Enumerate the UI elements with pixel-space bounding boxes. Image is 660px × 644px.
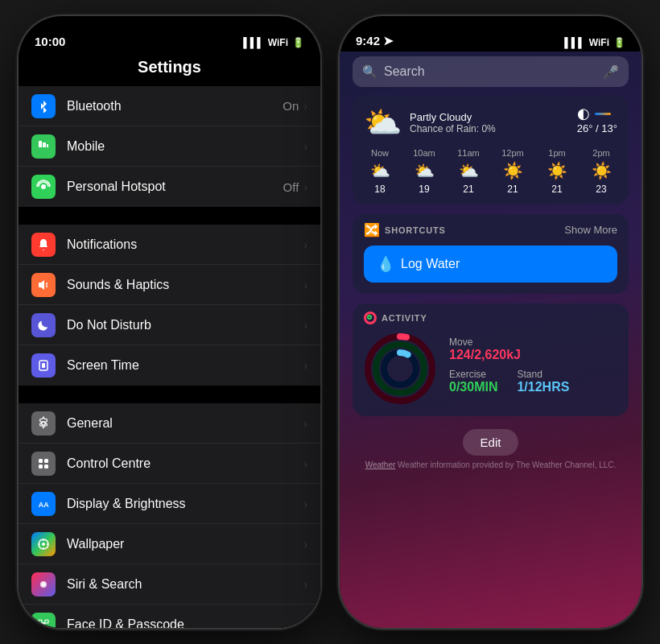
temp-num: 19 [419,184,429,195]
search-placeholder: Search [384,64,603,79]
weather-time-col-0: Now ⛅ 18 [364,148,396,195]
settings-row-display[interactable]: AA Display & Brightness › [19,484,320,524]
weather-emoji: ⛅ [459,161,479,180]
svg-rect-10 [39,464,43,469]
settings-row-wallpaper[interactable]: Wallpaper › [19,524,320,564]
edit-button[interactable]: Edit [463,429,519,456]
mic-icon[interactable]: 🎤 [603,64,619,80]
weather-widget[interactable]: ⛅ Partly Cloudy Chance of Rain: 0% ◐ 26°… [353,95,629,204]
display-label: Display & Brightness [67,497,303,511]
settings-row-siri[interactable]: Siri & Search › [19,564,320,605]
svg-point-16 [42,583,45,586]
weather-attribution: Weather Weather information provided by … [340,456,641,474]
svg-point-3 [41,184,46,189]
weather-temp-right: ◐ 26° / 13° [577,105,617,134]
weather-text: Partly Cloudy Chance of Rain: 0% [410,111,496,134]
svg-text:AA: AA [39,500,49,508]
svg-rect-8 [39,459,43,463]
activity-body: Move 124/2,620kJ Exercise 0/30MIN Stand … [364,332,617,405]
weather-left: ⛅ Partly Cloudy Chance of Rain: 0% [364,105,496,140]
time-label: Now [371,148,389,158]
shortcuts-header: 🔀 SHORTCUTS Show More [364,222,617,237]
weather-time-col-5: 2pm ☀️ 23 [585,148,617,195]
chevron-icon: › [303,538,307,551]
mobile-label: Mobile [67,139,303,154]
wifi-icon: WiFi [268,37,288,48]
shortcuts-app-icon: 🔀 [364,222,380,237]
settings-row-faceid[interactable]: Face ID & Passcode › [19,605,320,628]
dnd-label: Do Not Disturb [67,318,303,332]
activity-widget: ACTIVITY [353,303,629,416]
svg-rect-1 [43,142,46,147]
group-divider-2 [19,387,320,403]
settings-row-bluetooth[interactable]: Bluetooth On › [19,86,320,126]
log-water-button[interactable]: 💧 Log Water [364,246,617,283]
settings-row-mobile[interactable]: Mobile › [19,126,320,167]
time-label: 12pm [501,148,524,158]
wifi-icon-right: WiFi [589,37,609,48]
settings-row-dnd[interactable]: Do Not Disturb › [19,305,320,345]
time-label: 11am [457,148,480,158]
weather-timeline: Now ⛅ 18 10am ⛅ 19 11am ⛅ 21 12pm ☀️ [364,148,617,195]
weather-time-col-1: 10am ⛅ 19 [408,148,440,195]
water-drop-icon: 💧 [377,255,394,273]
chevron-icon: › [303,578,307,591]
temp-num: 23 [596,184,606,195]
shortcuts-title: SHORTCUTS [385,225,446,235]
svg-line-5 [46,286,47,287]
search-bar[interactable]: 🔍 Search 🎤 [353,56,629,87]
status-icons: ▌▌▌ WiFi 🔋 [243,37,304,48]
chevron-icon: › [303,497,307,510]
stand-value: 1/12HRS [517,380,569,394]
weather-link[interactable]: Weather [365,460,396,469]
settings-row-hotspot[interactable]: Personal Hotspot Off › [19,167,320,207]
settings-screen: Settings Bluetooth On › [19,52,320,628]
shortcuts-title-row: 🔀 SHORTCUTS [364,222,446,237]
activity-rings-icon [364,312,377,324]
settings-row-sounds[interactable]: Sounds & Haptics › [19,265,320,305]
weather-emoji: ☀️ [547,161,567,180]
status-icons-right: ▌▌▌ WiFi 🔋 [564,37,625,48]
chevron-icon: › [303,180,307,193]
wallpaper-label: Wallpaper [67,537,303,551]
hotspot-value: Off [283,180,299,194]
weather-description: Partly Cloudy [410,111,496,123]
signal-icon: ▌▌▌ [243,37,264,48]
svg-rect-11 [44,464,48,469]
activity-header: ACTIVITY [364,312,617,324]
stand-stat: Stand 1/12HRS [517,369,569,394]
weather-time-col-2: 11am ⛅ 21 [452,148,485,195]
settings-row-screentime[interactable]: Screen Time › [19,345,320,386]
weather-icon: ⛅ [364,105,402,140]
temp-num: 21 [551,184,562,195]
chevron-icon: › [303,359,307,372]
weather-temps: 26° / 13° [577,122,617,134]
right-phone: 9:42 ➤ ▌▌▌ WiFi 🔋 🔍 Search 🎤 ⛅ Partly Cl… [340,16,641,628]
weather-emoji: ☀️ [592,161,612,180]
settings-row-general[interactable]: General › [19,403,320,444]
weather-time-col-3: 12pm ☀️ 21 [497,148,529,195]
temp-high: 26° [577,122,593,134]
svg-rect-9 [44,459,48,463]
faceid-icon [31,613,56,629]
weather-temp-icon: ◐ [577,105,617,122]
svg-rect-18 [45,620,48,623]
shortcuts-widget: 🔀 SHORTCUTS Show More 💧 Log Water [353,214,629,294]
move-value: 124/2,620kJ [449,348,617,362]
time-label: 1pm [548,148,565,158]
settings-row-controlcentre[interactable]: Control Centre › [19,444,320,484]
today-screen: 🔍 Search 🎤 ⛅ Partly Cloudy Chance of Rai… [340,52,641,628]
signal-icon-right: ▌▌▌ [564,37,585,48]
settings-row-notifications[interactable]: Notifications › [19,225,320,265]
exercise-stat: Exercise 0/30MIN [449,369,497,394]
notch [109,16,230,39]
log-water-label: Log Water [401,257,460,271]
temp-num: 21 [463,184,473,195]
show-more-button[interactable]: Show More [564,224,617,236]
siri-label: Siri & Search [67,577,303,592]
search-icon: 🔍 [362,64,377,79]
chevron-icon: › [303,279,307,291]
exercise-stand-row: Exercise 0/30MIN Stand 1/12HRS [449,369,617,401]
svg-point-29 [384,353,416,385]
time-display-right: 9:42 ➤ [356,34,394,48]
